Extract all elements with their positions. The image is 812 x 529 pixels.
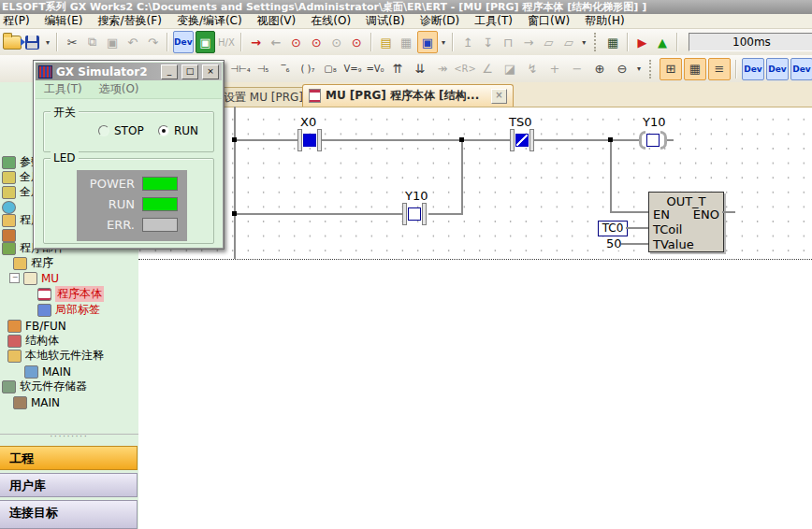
contact-label-ts0[interactable]: TS0 [508,115,532,129]
assign-var-icon[interactable]: =V₀ [365,59,385,79]
delete-row-icon[interactable]: − [567,59,587,79]
monitor-start-icon[interactable]: ⊙ [287,32,306,52]
inline-st1-icon[interactable]: ▱ [540,32,558,52]
device-comment-icon[interactable]: ▦ [397,32,415,52]
monitor-pause-icon[interactable]: ⊙ [327,32,346,52]
rising-pulse-icon[interactable]: ⇈ [387,59,408,79]
draw-branch-icon[interactable]: ∠ [477,59,498,79]
contact-x0[interactable] [297,129,322,151]
redo-icon[interactable]: ↷ [144,32,163,52]
tree-item-local-comment[interactable]: 本地软元件注释 [7,349,104,363]
ladder-tools-dropdown-icon[interactable]: ▾ [634,59,644,79]
stop-radio[interactable]: STOP [98,124,144,137]
tree-item-hidden[interactable] [2,228,16,242]
menu-project[interactable]: 程(P) [0,13,37,29]
read-from-plc-icon[interactable]: ← [267,32,285,52]
panel-project[interactable]: 工程 [0,446,138,470]
device-search-icon[interactable]: Dev [742,58,764,80]
tree-item-device-memory[interactable]: 软元件存储器 [2,379,87,393]
write-to-plc-icon[interactable]: → [247,32,266,52]
insert-row-icon[interactable]: + [544,59,565,79]
ladder-edit1-icon[interactable]: ↥ [458,32,477,52]
simulator-menu-options[interactable]: 选项(O) [91,81,148,97]
ladder-dropdown-icon[interactable]: ▾ [580,32,588,52]
view-list-icon[interactable]: ≡ [708,58,731,80]
hex-monitor-icon[interactable]: H/X [217,32,236,52]
cut-icon[interactable]: ✂ [63,32,81,52]
block-f8-icon[interactable]: ▢₈ [320,59,341,79]
copy-icon[interactable]: ⧉ [83,32,102,52]
panel-user-library[interactable]: 用户库 [0,473,138,497]
simulator-menu-tools[interactable]: 工具(T) [36,81,91,97]
minimize-icon[interactable]: _ [161,64,178,79]
tree-item-main-comment[interactable]: MAIN [24,365,71,379]
save-project-icon[interactable] [23,32,42,52]
zoom-out-icon[interactable]: ⊖ [612,59,632,79]
contact-ts0[interactable] [510,129,534,151]
monitor-watch-icon[interactable]: ⊙ [347,32,366,52]
menu-edit[interactable]: 编辑(E) [37,13,91,29]
toolbar-dropdown-icon[interactable]: ▾ [44,32,52,52]
tree-item-local-label[interactable]: 局部标签 [37,303,100,317]
menu-tools[interactable]: 工具(T) [467,13,520,29]
close-icon[interactable]: × [202,64,219,79]
open-project-icon[interactable] [3,32,22,52]
tree-item-program-body[interactable]: 程序本体 [37,287,104,301]
menu-online[interactable]: 在线(O) [303,13,358,29]
line-f6-icon[interactable]: ‾₆ [275,59,296,79]
erase-branch-icon[interactable]: ◪ [500,59,520,79]
contact-f4-icon[interactable]: ⊣⊢₄ [230,59,251,79]
pulse-convert-icon[interactable]: ⊓ [499,32,517,52]
return-label-icon[interactable]: <R> [455,59,475,79]
simulation-chip-icon[interactable]: ▦ [603,32,622,52]
contact-label-y10[interactable]: Y10 [404,189,428,203]
statement-icon[interactable]: ▤ [377,32,396,52]
tree-item-fbfun[interactable]: FB/FUN [7,319,66,333]
run-radio[interactable]: RUN [158,124,198,137]
coil-y10[interactable] [639,129,667,151]
tree-item-program[interactable]: 程序 [13,256,53,270]
undo-icon[interactable]: ↶ [123,32,142,52]
paste-icon[interactable]: ▣ [103,32,122,52]
coil-f7-icon[interactable]: ( )₇ [297,59,318,79]
menu-help[interactable]: 帮助(H) [577,13,631,29]
menu-diagnostics[interactable]: 诊断(D) [413,13,468,29]
ladder-workspace[interactable]: X0 TS0 Y10 Y10 OUT_T EN ENO TCoil TValue [138,107,812,260]
zoom-in-icon[interactable]: ⊕ [589,59,610,79]
maximize-icon[interactable]: □ [181,64,198,79]
operand-tvalue-50[interactable]: 50 [605,236,623,250]
simulator-title-bar[interactable]: GX Simulator2 _ □ × [36,63,222,80]
panel-connection[interactable]: 连接目标 [0,500,138,529]
interconnect-icon[interactable]: ↯ [522,59,543,79]
jump-icon[interactable]: → [519,32,538,52]
monitor-stop-icon[interactable]: ⊙ [307,32,326,52]
simulation-start-icon[interactable]: ▶ [633,32,652,52]
device-find-icon[interactable]: Dev [173,31,194,53]
falling-pulse-icon[interactable]: ⇊ [410,59,430,79]
menu-debug[interactable]: 调试(B) [358,13,413,29]
ladder-edit2-icon[interactable]: ↧ [479,32,498,52]
inline-st2-icon[interactable]: ▱ [559,32,578,52]
monitor-mode-dropdown-icon[interactable]: ▾ [440,32,448,52]
tree-item-mu[interactable]: −MU [9,271,59,285]
function-block-out-t[interactable]: OUT_T EN ENO TCoil TValue [648,192,724,252]
device-table-icon[interactable]: Dev [766,58,789,80]
panel-splitter[interactable]: ········· [0,434,138,442]
coil-label-y10[interactable]: Y10 [642,115,666,129]
menu-find-replace[interactable]: 搜索/替换(F) [91,13,169,29]
screen-monitor-icon[interactable]: ▣ [196,31,216,53]
error-jump-icon[interactable]: ▲ [653,32,672,52]
tab-program-body[interactable]: MU [PRG] 程序本体 [结构... × [302,84,514,107]
collapse-icon[interactable]: − [9,273,20,283]
menu-view[interactable]: 视图(V) [250,13,304,29]
var-assign-icon[interactable]: V=₉ [342,59,363,79]
menu-convert-compile[interactable]: 变换/编译(C) [169,13,250,29]
view-device-icon[interactable]: ▦ [684,58,706,80]
operand-tc0[interactable]: TC0 [598,221,628,236]
tree-item-struct[interactable]: 结构体 [7,334,59,348]
contact-y10[interactable] [402,203,427,225]
tree-item-globe[interactable] [2,200,16,214]
monitor-mode-icon[interactable]: ▣ [417,31,438,53]
jump-label-icon[interactable]: ↠ [432,59,453,79]
menu-window[interactable]: 窗口(W) [520,13,577,29]
